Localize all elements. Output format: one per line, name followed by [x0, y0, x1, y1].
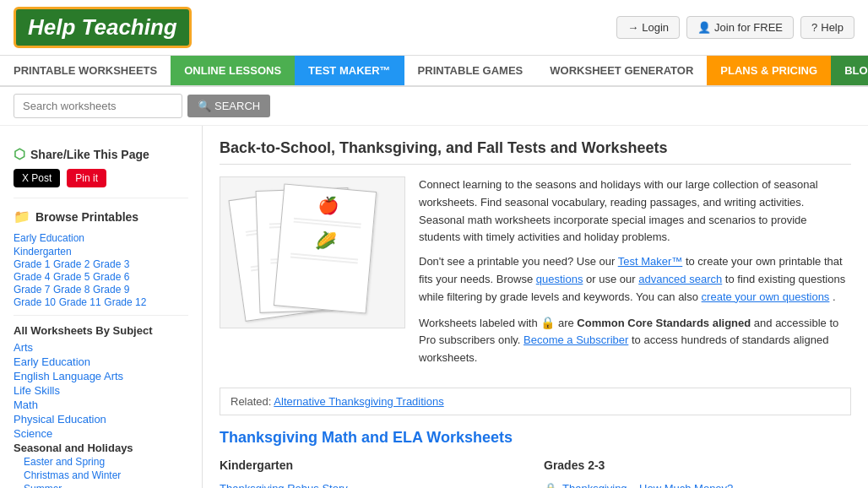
become-subscriber-link[interactable]: Become a Subscriber: [524, 333, 628, 346]
grade-links: Early Education Kindergarten Grade 1 Gra…: [14, 231, 188, 308]
content-area: Back-to-School, Thanksgiving, and Fall T…: [203, 126, 868, 488]
grade-link-g2[interactable]: Grade 2: [53, 258, 90, 271]
nav-printable-worksheets[interactable]: PRINTABLE WORKSHEETS: [0, 56, 171, 85]
ws-card-3: 🍎 🌽: [274, 183, 377, 313]
intro-paragraph-2: Don't see a printable you need? Use our …: [419, 253, 851, 306]
grade-link-g6[interactable]: Grade 6: [93, 270, 129, 284]
grade-link-g3[interactable]: Grade 3: [93, 258, 129, 271]
login-button[interactable]: → Login: [616, 16, 680, 39]
browse-section: 📁 Browse Printables Early Education Kind…: [14, 209, 188, 488]
intro-section: 🦃 🍂 🍁 🎃: [220, 176, 851, 374]
advanced-search-link[interactable]: advanced search: [638, 273, 722, 285]
user-icon: 👤: [697, 21, 711, 34]
subject-summer[interactable]: Summer: [14, 482, 188, 488]
grade-link-kg[interactable]: Kindergarten: [14, 245, 72, 258]
header: Help Teaching → Login 👤 Join for FREE ? …: [0, 0, 868, 56]
grade-link-g8[interactable]: Grade 8: [53, 283, 90, 296]
questions-link[interactable]: questions: [536, 273, 583, 285]
divider-1: [14, 198, 188, 198]
grade-link-g1[interactable]: Grade 1: [14, 258, 50, 271]
browse-title: 📁 Browse Printables: [14, 209, 188, 225]
share-title: ⬡ Share/Like This Page: [14, 146, 188, 162]
subject-easter[interactable]: Easter and Spring: [14, 455, 188, 469]
logo[interactable]: Help Teaching: [14, 7, 192, 48]
worksheets-grid: Kindergarten Thanksgiving Rebus Story Th…: [220, 458, 851, 488]
grade-link-g7[interactable]: Grade 7: [14, 283, 50, 296]
divider-2: [14, 315, 188, 316]
test-maker-link[interactable]: Test Maker™: [618, 255, 683, 268]
col-kindergarten: Kindergarten Thanksgiving Rebus Story Th…: [220, 458, 527, 488]
lock-icon: 🔒: [540, 313, 555, 332]
nav-test-maker[interactable]: TEST MAKER™: [295, 56, 404, 85]
search-input[interactable]: [14, 94, 182, 118]
search-icon: 🔍: [198, 100, 211, 112]
sidebar: ⬡ Share/Like This Page X Post Pin it 📁 B…: [0, 126, 203, 488]
browse-icon: 📁: [14, 209, 30, 225]
subject-math[interactable]: Math: [14, 398, 188, 412]
intro-paragraph-3: Worksheets labeled with 🔒 are Common Cor…: [419, 313, 851, 367]
grade-link-g11[interactable]: Grade 11: [59, 296, 101, 309]
subject-seasonal[interactable]: Seasonal and Holidays: [14, 441, 188, 455]
lock-badge-1: 🔒: [544, 482, 557, 488]
subject-science[interactable]: Science: [14, 426, 188, 441]
subject-life-skills[interactable]: Life Skills: [14, 383, 188, 398]
subject-pe[interactable]: Physical Education: [14, 412, 188, 426]
share-icon: ⬡: [14, 146, 25, 162]
worksheets-section-title: Thanksgiving Math and ELA Worksheets: [220, 429, 851, 447]
xpost-button[interactable]: X Post: [14, 169, 60, 187]
col1-title: Kindergarten: [220, 458, 527, 472]
subject-christmas[interactable]: Christmas and Winter: [14, 469, 188, 482]
col-grades2-3: Grades 2-3 🔒 Thanksgiving – How Much Mon…: [544, 458, 851, 488]
subject-early-ed[interactable]: Early Education: [14, 355, 188, 369]
grade-link-g9[interactable]: Grade 9: [93, 283, 129, 296]
related-link[interactable]: Alternative Thanksgiving Traditions: [274, 395, 443, 408]
intro-paragraph-1: Connect learning to the seasons and holi…: [419, 176, 851, 247]
pin-button[interactable]: Pin it: [67, 169, 106, 187]
grade-link-g4[interactable]: Grade 4: [14, 270, 50, 284]
list-item: Thanksgiving Rebus Story: [220, 479, 527, 488]
main-layout: ⬡ Share/Like This Page X Post Pin it 📁 B…: [0, 126, 868, 488]
share-buttons: X Post Pin it: [14, 169, 188, 187]
all-worksheets-title: All Worksheets By Subject: [14, 324, 188, 337]
col2-title: Grades 2-3: [544, 458, 851, 472]
worksheet-link-money[interactable]: Thanksgiving – How Much Money?: [562, 482, 733, 488]
intro-image: 🦃 🍂 🍁 🎃: [220, 176, 405, 328]
search-bar: 🔍 SEARCH: [0, 87, 868, 126]
search-button[interactable]: 🔍 SEARCH: [187, 95, 270, 117]
share-section: ⬡ Share/Like This Page X Post Pin it: [14, 146, 188, 187]
subject-arts[interactable]: Arts: [14, 340, 188, 355]
nav-worksheet-generator[interactable]: WORKSHEET GENERATOR: [536, 56, 707, 85]
nav-online-lessons[interactable]: ONLINE LESSONS: [171, 56, 295, 85]
related-section: Related: Alternative Thanksgiving Tradit…: [220, 388, 851, 415]
grade-link-early-ed[interactable]: Early Education: [14, 231, 188, 245]
subject-ela[interactable]: English Language Arts: [14, 369, 188, 383]
grade-link-g5[interactable]: Grade 5: [53, 270, 90, 284]
worksheet-fan: 🦃 🍂 🍁 🎃: [228, 181, 397, 324]
nav-blog[interactable]: BLOG: [831, 56, 868, 85]
worksheet-link-rebus[interactable]: Thanksgiving Rebus Story: [220, 482, 348, 488]
login-icon: →: [627, 21, 638, 34]
nav-printable-games[interactable]: PRINTABLE GAMES: [404, 56, 537, 85]
help-button[interactable]: ? Help: [800, 16, 854, 39]
create-questions-link[interactable]: create your own questions: [702, 290, 830, 303]
help-icon: ?: [811, 21, 817, 34]
list-item: 🔒 Thanksgiving – How Much Money?: [544, 479, 851, 488]
page-title: Back-to-School, Thanksgiving, and Fall T…: [220, 139, 851, 165]
logo-text: Help Teaching: [28, 14, 177, 40]
nav: PRINTABLE WORKSHEETS ONLINE LESSONS TEST…: [0, 56, 868, 87]
grade-link-g12[interactable]: Grade 12: [104, 296, 146, 309]
grade-link-g10[interactable]: Grade 10: [14, 296, 56, 309]
header-actions: → Login 👤 Join for FREE ? Help: [616, 16, 854, 39]
intro-text: Connect learning to the seasons and holi…: [419, 176, 851, 374]
nav-plans-pricing[interactable]: PLANS & PRICING: [707, 56, 831, 85]
join-button[interactable]: 👤 Join for FREE: [686, 16, 794, 39]
